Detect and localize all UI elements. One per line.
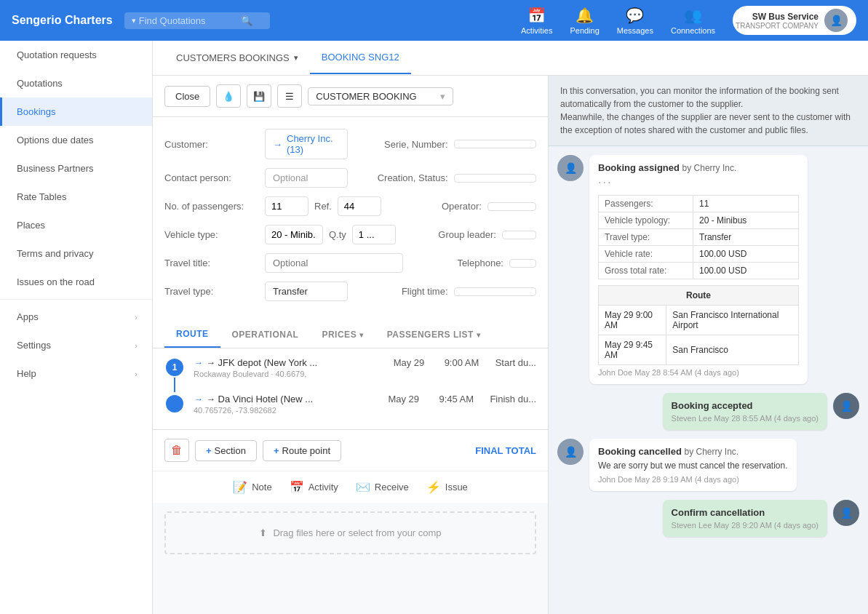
sidebar-item-label: Settings xyxy=(17,340,51,351)
content-area: Close 💧 💾 ☰ CUSTOMER BOOKING ▾ Customer: xyxy=(153,76,868,614)
sidebar-item-terms[interactable]: Terms and privacy xyxy=(0,239,152,268)
contact-select[interactable]: Optional xyxy=(265,168,348,188)
route-name-2: → → Da Vinci Hotel (New ... xyxy=(194,394,388,404)
add-route-point-button[interactable]: + Route point xyxy=(263,440,341,461)
sidebar-divider xyxy=(0,299,152,300)
sidebar-item-label: Quotation requests xyxy=(17,49,97,60)
travel-type-label: Travel type: xyxy=(164,286,259,297)
nav-pending-label: Pending xyxy=(570,26,599,35)
tab-passengers-list[interactable]: PASSENGERS LIST ▾ xyxy=(375,322,493,348)
msg-by-3: by Cherry Inc. xyxy=(685,447,739,457)
table-row: Gross total rate: 100.00 USD xyxy=(599,263,799,279)
tab-customers-bookings[interactable]: CUSTOMERS BOOKINGS ▾ xyxy=(164,42,310,73)
chevron-down-icon: ▾ xyxy=(294,53,298,63)
route-item-1: 1 → → JFK depot (New York ... Rockaway B… xyxy=(164,357,536,394)
issue-icon: ⚡ xyxy=(426,480,441,494)
telephone-input[interactable] xyxy=(509,259,536,268)
ref-input[interactable]: 44 xyxy=(338,196,381,216)
tab-operational[interactable]: OPERATIONAL xyxy=(220,322,311,348)
cell-place: San Francisco International Airport xyxy=(666,306,799,335)
close-button[interactable]: Close xyxy=(164,86,210,107)
cell-key: Gross total rate: xyxy=(599,263,693,279)
search-icon[interactable]: 🔍 xyxy=(241,15,252,26)
search-input[interactable] xyxy=(139,15,241,26)
cell-place: San Francisco xyxy=(666,335,799,365)
nav-activities[interactable]: 📅 Activities xyxy=(521,7,552,35)
list-icon[interactable]: ☰ xyxy=(277,84,302,108)
sidebar-item-bookings[interactable]: Bookings xyxy=(0,97,152,126)
search-bar[interactable]: ▾ 🔍 xyxy=(124,12,270,29)
tab-label: CUSTOMERS BOOKINGS xyxy=(176,52,290,63)
file-drop-text: Drag files here or select from your comp xyxy=(273,527,441,538)
route-name-1: → → JFK depot (New York ... xyxy=(194,357,394,368)
search-dropdown-icon[interactable]: ▾ xyxy=(132,16,136,25)
table-row: May 29 9:45 AM San Francisco xyxy=(599,335,799,365)
travel-title-input[interactable] xyxy=(265,253,403,273)
water-drop-icon[interactable]: 💧 xyxy=(216,84,241,108)
delete-button[interactable]: 🗑 xyxy=(164,439,189,462)
activities-icon: 📅 xyxy=(527,7,546,24)
user-badge[interactable]: SW Bus Service TRANSPORT COMPANY 👤 xyxy=(733,6,856,35)
tab-prices[interactable]: PRICES ▾ xyxy=(310,322,375,348)
note-button[interactable]: 📝 Note xyxy=(233,480,271,494)
sidebar-item-settings[interactable]: Settings › xyxy=(0,331,152,359)
flight-input[interactable] xyxy=(454,287,537,296)
sender-avatar-2: 👤 xyxy=(833,393,859,419)
upload-icon: ⬆ xyxy=(259,527,267,538)
sidebar-item-label: Quotations xyxy=(17,78,63,89)
nav-messages[interactable]: 💬 Messages xyxy=(617,7,653,35)
tab-label: BOOKING SNG12 xyxy=(322,52,399,63)
tab-booking-sng12[interactable]: BOOKING SNG12 xyxy=(310,41,411,74)
operator-input[interactable] xyxy=(487,202,536,211)
customer-input[interactable]: → Cherry Inc. (13) xyxy=(265,129,348,159)
travel-title-label: Travel title: xyxy=(164,258,259,268)
msg-title-2: Booking accepted xyxy=(672,400,819,411)
plus-icon: + xyxy=(206,445,212,456)
msg-time-4: Steven Lee May 28 9:20 AM (4 days ago) xyxy=(672,521,819,530)
chevron-down-icon: ▾ xyxy=(477,331,481,339)
sidebar-item-apps[interactable]: Apps › xyxy=(0,303,152,331)
sidebar-item-quotation-requests[interactable]: Quotation requests xyxy=(0,41,152,69)
sidebar-item-quotations[interactable]: Quotations xyxy=(0,69,152,97)
group-leader-input[interactable] xyxy=(502,231,536,239)
msg-booking-accepted: 👤 Booking accepted Steven Lee May 28 8:5… xyxy=(557,393,859,430)
sidebar-item-label: Help xyxy=(17,368,36,379)
nav-pending[interactable]: 🔔 Pending xyxy=(570,7,599,35)
msg-bubble-3: Booking cancelled by Cherry Inc. We are … xyxy=(589,439,797,491)
serie-input[interactable] xyxy=(454,140,537,148)
qty-label: Q.ty xyxy=(329,229,346,240)
activity-button[interactable]: 📅 Activity xyxy=(290,480,338,494)
qty-input[interactable]: 1 ... xyxy=(352,225,396,244)
sidebar-item-issues[interactable]: Issues on the road xyxy=(0,268,152,296)
tab-route[interactable]: ROUTE xyxy=(164,322,220,348)
route-number-2 xyxy=(166,395,183,412)
cell-value: 20 - Minibus xyxy=(693,212,799,229)
chevron-right-icon: › xyxy=(135,313,138,322)
sidebar-item-rate-tables[interactable]: Rate Tables xyxy=(0,183,152,211)
form-row-passengers: No. of passengers: 11 Ref. 44 Operator: xyxy=(164,196,536,216)
nav-connections[interactable]: 👥 Connections xyxy=(671,7,715,35)
issue-button[interactable]: ⚡ Issue xyxy=(426,480,468,494)
sidebar-item-label: Options due dates xyxy=(17,135,94,145)
route-list: 1 → → JFK depot (New York ... Rockaway B… xyxy=(153,348,548,429)
booking-title-select[interactable]: CUSTOMER BOOKING ▾ xyxy=(308,87,453,105)
vehicle-input[interactable]: 20 - Minib... xyxy=(265,225,323,244)
passengers-input[interactable]: 11 xyxy=(265,196,308,216)
msg-booking-cancelled: 👤 Booking cancelled by Cherry Inc. We ar… xyxy=(557,439,859,491)
sidebar-item-help[interactable]: Help › xyxy=(0,359,152,388)
add-section-button[interactable]: + Section xyxy=(195,440,257,461)
msg-dots-1[interactable]: ··· xyxy=(598,176,799,189)
msg-title-3: Booking cancelled by Cherry Inc. xyxy=(598,446,788,457)
sidebar-item-business-partners[interactable]: Business Partners xyxy=(0,154,152,183)
sidebar-item-options-due-dates[interactable]: Options due dates xyxy=(0,126,152,154)
save-icon[interactable]: 💾 xyxy=(247,84,271,108)
msg-booking-assigned: 👤 Booking assigned by Cherry Inc. ··· Pa… xyxy=(557,155,859,384)
sidebar-item-places[interactable]: Places xyxy=(0,211,152,239)
file-drop-zone[interactable]: ⬆ Drag files here or select from your co… xyxy=(164,511,536,554)
msg-table-1: Passengers: 11 Vehicle typology: 20 - Mi… xyxy=(598,195,799,279)
note-icon: 📝 xyxy=(233,480,247,494)
travel-type-select[interactable]: Transfer xyxy=(265,282,348,301)
receive-button[interactable]: ✉️ Receive xyxy=(356,480,409,494)
creation-input[interactable] xyxy=(454,174,537,183)
nav-connections-label: Connections xyxy=(671,26,715,35)
